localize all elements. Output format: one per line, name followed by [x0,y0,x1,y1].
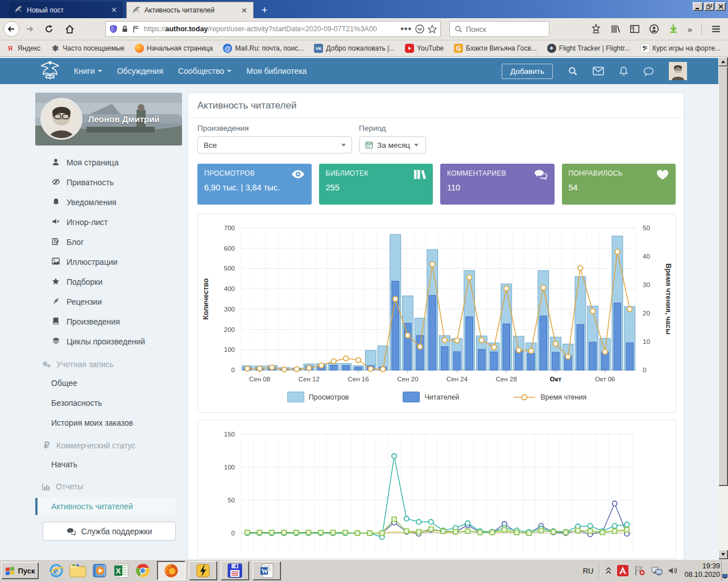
mailru-icon: @ [223,44,232,53]
permissions-icon[interactable] [132,25,140,33]
page-actions-icon[interactable]: ••• [400,24,412,34]
bookmark-flight-tracker[interactable]: ✈Flight Tracker | Flightr... [547,44,630,53]
tab-close-icon[interactable]: ✕ [111,6,117,14]
legend-reading-time[interactable]: Время чтения [513,392,586,402]
forward-button[interactable] [22,21,38,37]
new-tab-button[interactable]: + [257,3,272,17]
legend-readers[interactable]: Читателей [403,392,459,402]
pocket-icon[interactable] [415,24,424,34]
taskbar-icon-ie[interactable]: e [47,562,66,580]
tracking-shield-icon[interactable] [109,24,118,34]
sidebar-item-privacy[interactable]: Приватность [51,176,114,189]
svg-text:Сен 28: Сен 28 [496,376,517,383]
taskbar-icon-wmp[interactable] [90,562,109,580]
back-button[interactable] [3,21,19,37]
home-button[interactable] [61,21,77,37]
sidebar-item-reader-activity[interactable]: Активность читателей [35,498,176,515]
nav-community[interactable]: Сообщество [178,66,231,76]
taskbar-icon-explorer[interactable] [68,562,88,580]
search-icon[interactable] [568,66,578,76]
mail-icon[interactable] [593,66,604,76]
stat-card-likes[interactable]: ПОНРАВИЛОСЬ 54 [562,164,676,205]
nav-my-library[interactable]: Моя библиотека [246,66,307,76]
security-alert-tray-icon[interactable] [634,566,646,576]
taskbar-icon-excel[interactable]: X [111,562,131,580]
bookmark-home-page[interactable]: Начальная страница [135,44,213,53]
hamburger-menu-icon[interactable] [711,24,721,34]
tab-activity[interactable]: Активность читателей ✕ [126,2,254,18]
sidebar-item-works[interactable]: Произведения [51,315,120,329]
profile-card[interactable]: Леонов Дмитрий [35,93,182,146]
add-button[interactable]: Добавить [502,64,553,79]
bookmark-star-icon[interactable] [428,24,437,34]
activity-chart[interactable]: 010020030040050060070001020304050Сен 08С… [197,214,676,413]
taskbar-button-floppy-app[interactable] [221,561,249,580]
reload-button[interactable] [41,21,57,37]
close-button[interactable] [715,2,726,11]
bookmark-vk[interactable]: VKДобро пожаловать |... [314,44,395,53]
restore-button[interactable] [704,2,714,11]
sidebar-item-my-page[interactable]: Моя страница [51,156,118,169]
legend-views[interactable]: Просмотров [287,392,349,402]
sidebar-item-order-history[interactable]: История моих заказов [51,416,133,430]
overflow-icon[interactable]: » [688,24,692,34]
bar-line-chart: 010020030040050060070001020304050Сен 08С… [198,219,676,389]
sidebar-item-reviews[interactable]: Рецензии [51,295,102,309]
bookmark-yandex[interactable]: ЯЯндекс [6,44,40,53]
taskbar-icon-chrome[interactable] [133,562,152,580]
bookmark-piano-course[interactable]: Курс игры на форте... [640,44,721,53]
sidebar-item-blog[interactable]: Блог [51,235,84,249]
support-button[interactable]: Служба поддержки [43,522,176,541]
period-select[interactable]: За месяц [359,136,426,153]
profile-name: Леонов Дмитрий [88,114,160,124]
library-icon[interactable] [610,24,621,34]
bell-icon[interactable] [619,66,628,76]
sidebar-item-ignore-list[interactable]: Игнор-лист [51,215,108,229]
stat-card-views[interactable]: ПРОСМОТРОВ 6,90 тыс. | 3,84 тыс. [197,164,312,205]
vertical-scrollbar[interactable] [718,57,728,559]
chat-icon[interactable] [643,66,654,76]
taskbar-button-word[interactable]: W [253,561,281,580]
bookmark-mailru[interactable]: @Mail.Ru: почта, поис... [223,44,304,53]
download-icon[interactable] [668,24,679,34]
account-icon[interactable] [649,24,659,34]
sidebar-item-collections[interactable]: Подборки [51,275,102,289]
tab-close-icon[interactable]: ✕ [241,6,247,15]
show-desktop-button[interactable] [721,560,728,581]
bookmark-bhakti[interactable]: GБхакти Вигьяна Госв... [454,44,537,53]
sidebar-item-general[interactable]: Общее [51,376,77,390]
search-bar[interactable]: Поиск [449,21,549,37]
svg-text:500: 500 [224,265,235,272]
sidebar-item-series[interactable]: Циклы произведений [51,335,145,348]
scroll-up-arrow[interactable] [718,57,728,66]
network-tray-icon[interactable] [651,566,663,575]
sidebar-item-start[interactable]: Начать [51,458,77,471]
taskbar-button-firefox[interactable] [157,561,185,580]
sidebar-toggle-icon[interactable] [630,24,640,34]
sidebar-item-illustrations[interactable]: Иллюстрации [51,255,118,269]
scroll-down-arrow[interactable] [718,550,728,559]
minimize-button[interactable] [693,2,703,11]
sidebar-item-notifications[interactable]: Уведомления [51,196,117,209]
sidebar-item-security[interactable]: Безопасность [51,396,102,410]
url-bar[interactable]: https://author.today/report/user-activit… [105,21,441,37]
antivirus-tray-icon[interactable] [617,565,628,576]
start-button[interactable]: Пуск [1,562,39,579]
secondary-chart[interactable]: 050100150 [197,419,676,559]
bookmark-frequent[interactable]: ✱Часто посещаемые [51,44,125,53]
bookmark-menu-icon[interactable] [591,24,601,34]
clock[interactable]: 19:39 08.10.2020 [684,562,720,579]
works-select[interactable]: Все [197,136,352,153]
stat-card-libraries[interactable]: БИБЛИОТЕК 255 [319,164,433,205]
taskbar-button-winamp[interactable] [189,561,217,580]
url-text[interactable]: https://author.today/report/user-activit… [144,25,397,33]
bookmark-youtube[interactable]: YouTube [405,44,444,53]
volume-tray-icon[interactable] [668,566,679,575]
legend-swatch [403,392,420,402]
stat-card-comments[interactable]: КОММЕНТАРИЕВ 110 [440,164,555,205]
tab-new-post[interactable]: Новый пост ✕ [9,2,123,18]
user-avatar[interactable] [669,62,687,80]
tray-expand-icon[interactable] [606,567,611,574]
language-indicator[interactable]: RU [583,567,594,575]
scrollbar-thumb[interactable] [718,66,728,486]
